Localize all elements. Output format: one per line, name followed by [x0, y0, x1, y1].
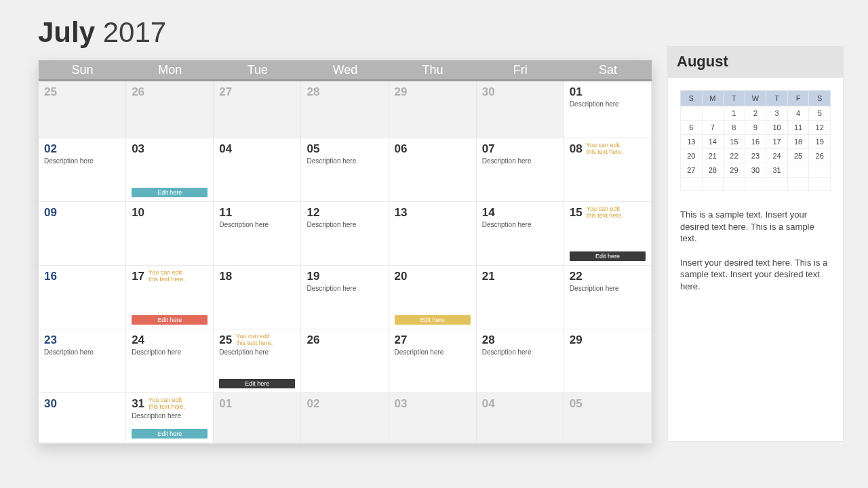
day-number: 31	[132, 397, 144, 411]
calendar-cell[interactable]: 05Description here	[301, 138, 389, 202]
calendar-cell[interactable]: 26	[301, 329, 389, 393]
mini-day[interactable]: 4	[787, 106, 809, 121]
mini-day[interactable]	[681, 178, 703, 191]
mini-day[interactable]: 31	[766, 163, 788, 178]
calendar-cell[interactable]: 20Edit here	[389, 266, 477, 329]
mini-day[interactable]: 20	[681, 149, 703, 163]
calendar-cell[interactable]: 25	[39, 81, 126, 138]
mini-day[interactable]	[787, 178, 809, 191]
calendar-cell[interactable]: 03	[389, 393, 477, 443]
calendar-cell[interactable]: 09	[39, 202, 126, 266]
event-bar[interactable]: Edit here	[132, 429, 208, 439]
event-bar[interactable]: Edit here	[219, 379, 295, 388]
event-bar[interactable]: Edit here	[132, 188, 208, 197]
calendar-cell[interactable]: 19Description here	[301, 266, 389, 329]
mini-day[interactable]	[766, 178, 788, 191]
mini-day[interactable]: 3	[766, 106, 788, 121]
mini-day[interactable]: 22	[724, 149, 745, 163]
day-description: Description here	[482, 157, 558, 165]
event-bar[interactable]: Edit here	[570, 251, 646, 261]
mini-day[interactable]: 2	[745, 106, 766, 121]
calendar-cell[interactable]: 26	[126, 81, 214, 138]
calendar-cell[interactable]: 16	[39, 266, 126, 329]
calendar-grid: SunMonTueWedThuFriSat 25262728293001Desc…	[38, 60, 652, 444]
mini-day[interactable]: 5	[809, 106, 831, 121]
calendar-cell[interactable]: 01Description here	[564, 81, 652, 138]
calendar-cell[interactable]: 29	[389, 81, 477, 138]
event-bar[interactable]: Edit here	[395, 315, 471, 325]
mini-day[interactable]: 27	[681, 163, 703, 178]
calendar-cell[interactable]: 15You can edit this text here.Edit here	[564, 202, 652, 266]
calendar-cell[interactable]: 24Description here	[126, 329, 214, 393]
day-number: 15	[570, 206, 583, 220]
calendar-cell[interactable]: 14Description here	[477, 202, 564, 266]
calendar-cell[interactable]: 02	[301, 393, 389, 443]
calendar-cell[interactable]: 06	[389, 138, 477, 202]
calendar-cell[interactable]: 30	[477, 81, 564, 138]
calendar-cell[interactable]: 12Description here	[301, 202, 389, 266]
mini-day[interactable]	[702, 106, 724, 121]
calendar-cell[interactable]: 11Description here	[214, 202, 301, 266]
calendar-cell[interactable]: 31You can edit this text here.Descriptio…	[126, 393, 214, 443]
mini-day[interactable]: 19	[809, 135, 831, 149]
calendar-cell[interactable]: 25You can edit this text here.Descriptio…	[214, 329, 301, 393]
calendar-cell[interactable]: 07Description here	[477, 138, 564, 202]
mini-day[interactable]: 24	[766, 149, 788, 163]
calendar-cell[interactable]: 23Description here	[39, 329, 126, 393]
calendar-cell[interactable]: 30	[39, 393, 126, 443]
calendar-cell[interactable]: 28Description here	[477, 329, 564, 393]
mini-day[interactable]	[745, 178, 766, 191]
mini-day[interactable]: 25	[787, 149, 809, 163]
mini-day[interactable]: 8	[724, 121, 745, 135]
mini-day[interactable]	[809, 178, 831, 191]
mini-day[interactable]	[724, 178, 745, 191]
event-bar[interactable]: Edit here	[132, 315, 208, 325]
mini-day[interactable]: 18	[787, 135, 809, 149]
mini-day[interactable]: 30	[745, 163, 766, 178]
calendar-cell[interactable]: 27Description here	[389, 329, 477, 393]
mini-day[interactable]: 21	[702, 149, 724, 163]
calendar-cell[interactable]: 13	[389, 202, 477, 266]
title-year: 2017	[103, 16, 166, 48]
calendar-cell[interactable]: 27	[214, 81, 301, 138]
calendar-cell[interactable]: 28	[301, 81, 389, 138]
mini-day[interactable]: 12	[809, 121, 831, 135]
mini-day[interactable]	[809, 163, 831, 178]
mini-day[interactable]: 9	[745, 121, 766, 135]
mini-day[interactable]	[681, 106, 703, 121]
calendar-cell[interactable]: 17You can edit this text here.Edit here	[126, 266, 214, 329]
calendar-cell[interactable]: 04	[477, 393, 564, 443]
day-number: 02	[307, 397, 319, 411]
mini-day[interactable]: 26	[809, 149, 831, 163]
mini-day[interactable]: 23	[745, 149, 766, 163]
calendar-cell[interactable]: 02Description here	[39, 138, 126, 202]
mini-day[interactable]: 28	[702, 163, 724, 178]
mini-day[interactable]: 1	[724, 106, 745, 121]
calendar-cell[interactable]: 21	[477, 266, 564, 329]
mini-day[interactable]: 15	[724, 135, 745, 149]
mini-day[interactable]: 11	[787, 121, 809, 135]
mini-weekday: T	[766, 91, 788, 106]
mini-day[interactable]: 16	[745, 135, 766, 149]
day-side-note: You can edit this text here.	[587, 206, 629, 220]
calendar-cell[interactable]: 03Edit here	[126, 138, 214, 202]
day-number: 26	[132, 85, 144, 99]
mini-day[interactable]: 29	[724, 163, 745, 178]
day-number: 05	[307, 142, 319, 156]
calendar-cell[interactable]: 18	[214, 266, 301, 329]
mini-day[interactable]	[702, 178, 724, 191]
calendar-cell[interactable]: 10	[126, 202, 214, 266]
mini-day[interactable]: 10	[766, 121, 788, 135]
calendar-cell[interactable]: 29	[564, 329, 652, 393]
mini-day[interactable]: 7	[702, 121, 724, 135]
calendar-cell[interactable]: 08You can edit this text here.	[564, 138, 652, 202]
calendar-cell[interactable]: 22Description here	[564, 266, 652, 329]
calendar-cell[interactable]: 05	[564, 393, 652, 443]
mini-day[interactable]	[787, 163, 809, 178]
calendar-cell[interactable]: 01	[214, 393, 301, 443]
calendar-cell[interactable]: 04	[214, 138, 301, 202]
mini-day[interactable]: 14	[702, 135, 724, 149]
mini-day[interactable]: 13	[681, 135, 703, 149]
mini-day[interactable]: 17	[766, 135, 788, 149]
mini-day[interactable]: 6	[681, 121, 703, 135]
